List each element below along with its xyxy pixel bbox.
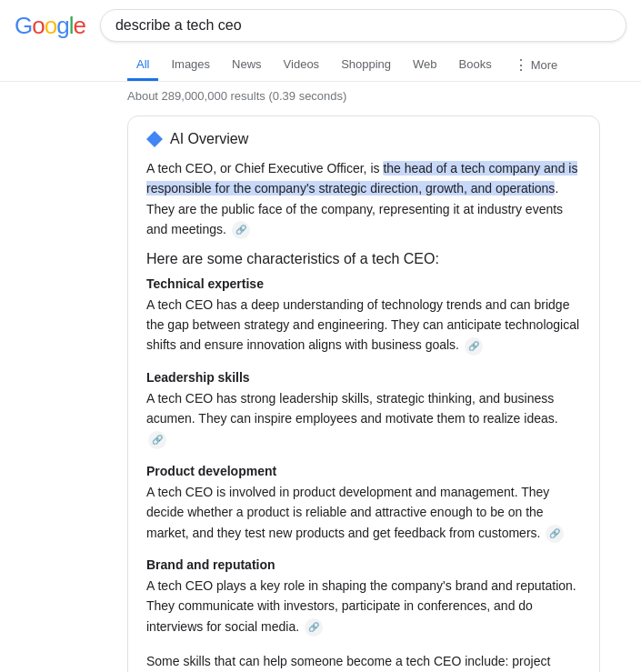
dots-icon: ⋮ <box>514 56 529 74</box>
characteristic-title-leadership: Leadership skills <box>146 370 581 385</box>
results-count: About 289,000,000 results (0.39 seconds) <box>113 82 641 106</box>
ai-intro-before: A tech CEO, or Chief Executive Officer, … <box>146 161 383 176</box>
link-icon-leadership[interactable]: 🔗 <box>148 431 166 449</box>
characteristic-body-technical: A tech CEO has a deep understanding of t… <box>146 295 581 356</box>
ai-overview-box: AI Overview A tech CEO, or Chief Executi… <box>127 115 600 672</box>
characteristic-product: Product development A tech CEO is involv… <box>146 464 581 543</box>
link-icon-product[interactable]: 🔗 <box>546 525 564 543</box>
link-icon-brand[interactable]: 🔗 <box>305 618 323 637</box>
tab-books[interactable]: Books <box>450 50 501 81</box>
link-icon-intro[interactable]: 🔗 <box>232 221 250 239</box>
tab-all[interactable]: All <box>127 50 158 81</box>
characteristic-body-brand: A tech CEO plays a key role in shaping t… <box>146 576 581 637</box>
tab-videos[interactable]: Videos <box>275 50 329 81</box>
link-icon-technical[interactable]: 🔗 <box>465 337 483 356</box>
tab-images[interactable]: Images <box>162 50 219 81</box>
characteristic-title-brand: Brand and reputation <box>146 557 581 572</box>
tab-shopping[interactable]: Shopping <box>332 50 400 81</box>
header: Google <box>0 0 641 42</box>
ai-overview-header: AI Overview <box>146 131 581 147</box>
google-logo[interactable]: Google <box>15 12 85 40</box>
ai-diamond-icon <box>146 131 163 147</box>
ai-intro-paragraph: A tech CEO, or Chief Executive Officer, … <box>146 158 581 240</box>
characteristic-technical: Technical expertise A tech CEO has a dee… <box>146 276 581 356</box>
skills-section: Some skills that can help someone become… <box>146 651 581 672</box>
characteristic-leadership: Leadership skills A tech CEO has strong … <box>146 370 581 449</box>
more-menu[interactable]: ⋮ More <box>505 49 567 81</box>
characteristic-body-leadership: A tech CEO has strong leadership skills,… <box>146 388 581 449</box>
characteristic-title-technical: Technical expertise <box>146 276 581 291</box>
tab-web[interactable]: Web <box>404 50 446 81</box>
logo-g: g <box>56 12 68 39</box>
ai-overview-title: AI Overview <box>170 131 248 147</box>
more-label: More <box>531 58 558 72</box>
characteristic-title-product: Product development <box>146 464 581 478</box>
here-heading: Here are some characteristics of a tech … <box>146 251 581 267</box>
tab-news[interactable]: News <box>223 50 271 81</box>
characteristic-brand: Brand and reputation A tech CEO plays a … <box>146 557 581 637</box>
characteristic-body-product: A tech CEO is involved in product develo… <box>146 482 581 543</box>
logo-o1: o <box>32 12 44 39</box>
logo-e: e <box>73 12 85 39</box>
skills-text: Some skills that can help someone become… <box>146 654 562 672</box>
nav-tabs: All Images News Videos Shopping Web Book… <box>0 42 641 82</box>
search-input[interactable] <box>100 9 626 42</box>
logo-G: G <box>15 12 32 39</box>
logo-o2: o <box>45 12 56 39</box>
